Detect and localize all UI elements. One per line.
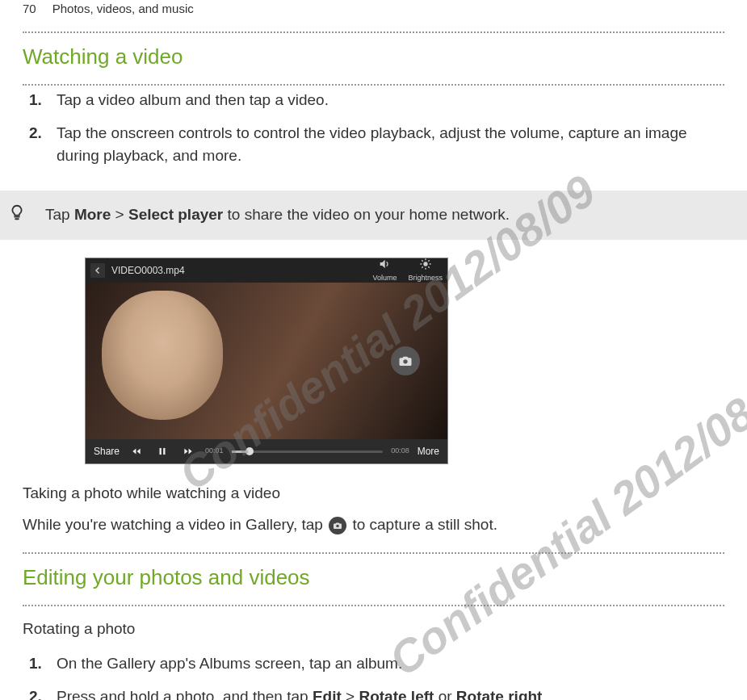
progress-knob[interactable] <box>246 447 254 455</box>
video-title-bar: VIDEO0003.mp4 Volume Brightness <box>86 258 447 283</box>
page-section-title: Photos, videos, and music <box>52 0 194 19</box>
subheading-taking-photo: Taking a photo while watching a video <box>0 471 747 513</box>
svg-line-8 <box>428 260 429 261</box>
tip-text: Tap More > Select player to share the vi… <box>45 203 510 227</box>
svg-rect-11 <box>163 448 165 455</box>
bold-rotate-left: Rotate left <box>359 688 434 700</box>
svg-point-0 <box>423 262 427 266</box>
list-number: 1. <box>29 89 42 111</box>
list-text: Tap a video album and then tap a video. <box>57 91 329 108</box>
list-item: 2. Press and hold a photo, and then tap … <box>57 685 724 700</box>
svg-line-5 <box>422 260 422 261</box>
video-frame <box>86 283 447 439</box>
brightness-control[interactable]: Brightness <box>408 258 443 283</box>
back-button[interactable] <box>90 263 105 278</box>
camera-icon <box>329 517 346 534</box>
volume-control[interactable]: Volume <box>372 258 397 283</box>
svg-point-9 <box>403 359 407 363</box>
pause-button[interactable] <box>153 442 171 460</box>
page-number: 70 <box>23 0 36 19</box>
duration-time: 00:08 <box>391 446 409 457</box>
tip-bold-select-player: Select player <box>128 206 223 223</box>
taking-photo-text: While you're watching a video in Gallery… <box>0 513 747 547</box>
tip-post: to share the video on your home network. <box>223 206 510 223</box>
svg-line-6 <box>428 266 429 267</box>
more-button[interactable]: More <box>418 444 439 459</box>
svg-rect-10 <box>160 448 162 455</box>
subheading-rotating: Rotating a photo <box>0 606 747 649</box>
watching-steps: 1. Tap a video album and then tap a vide… <box>0 86 747 187</box>
heading-watching-video: Watching a video <box>0 33 747 78</box>
text-post: to capture a still shot. <box>348 516 497 533</box>
bold-rotate-right: Rotate right <box>456 688 543 700</box>
next-button[interactable] <box>179 442 197 460</box>
list-text: Press and hold a photo, and then tap Edi… <box>57 688 547 700</box>
heading-editing: Editing your photos and videos <box>0 554 747 598</box>
list-number: 1. <box>29 652 42 675</box>
video-player-screenshot: VIDEO0003.mp4 Volume Brightness <box>85 258 448 464</box>
share-button[interactable]: Share <box>94 444 120 459</box>
capture-button[interactable] <box>391 346 420 375</box>
list-text: Tap the onscreen controls to control the… <box>57 124 687 164</box>
list-text: On the Gallery app's Albums screen, tap … <box>57 655 402 672</box>
lightbulb-icon <box>8 202 26 228</box>
screenshot-container: VIDEO0003.mp4 Volume Brightness <box>0 240 747 471</box>
title-right-controls: Volume Brightness <box>372 258 443 283</box>
previous-button[interactable] <box>128 442 145 460</box>
page-header: 70 Photos, videos, and music <box>0 0 747 25</box>
tip-separator: > <box>111 206 128 223</box>
tip-pre: Tap <box>45 206 74 223</box>
video-filename: VIDEO0003.mp4 <box>111 263 185 278</box>
elapsed-time: 00:01 <box>205 446 224 457</box>
list-number: 2. <box>29 685 42 700</box>
svg-point-12 <box>336 524 339 527</box>
svg-line-7 <box>422 266 422 267</box>
brightness-icon <box>419 258 432 272</box>
list-item: 2. Tap the onscreen controls to control … <box>57 122 724 166</box>
rotating-steps: 1. On the Gallery app's Albums screen, t… <box>0 649 747 700</box>
bold-edit: Edit <box>313 688 342 700</box>
list-number: 2. <box>29 122 42 145</box>
tip-bar: Tap More > Select player to share the vi… <box>0 191 747 240</box>
text-pre: While you're watching a video in Gallery… <box>23 516 327 533</box>
list-item: 1. Tap a video album and then tap a vide… <box>57 89 724 111</box>
list-item: 1. On the Gallery app's Albums screen, t… <box>57 652 724 675</box>
progress-bar[interactable] <box>232 451 384 453</box>
tip-bold-more: More <box>74 206 111 223</box>
video-subject <box>102 291 223 420</box>
volume-icon <box>378 258 391 272</box>
video-bottom-bar: Share 00:01 00:08 More <box>86 439 447 463</box>
